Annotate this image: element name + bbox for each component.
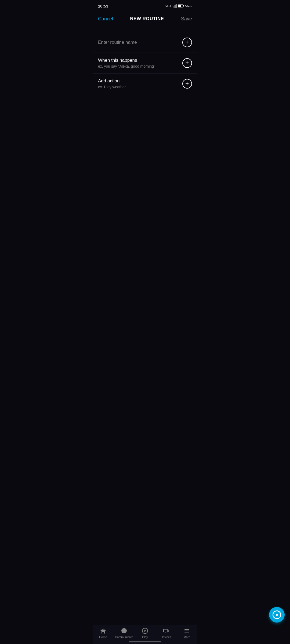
status-time: 10:53 xyxy=(98,4,108,8)
page-title: NEW ROUTINE xyxy=(130,16,164,21)
header: Cancel NEW ROUTINE Save xyxy=(93,11,197,27)
when-happens-subtitle: ex. you say "Alexa, good morning" xyxy=(98,64,155,68)
cancel-button[interactable]: Cancel xyxy=(98,16,113,22)
svg-rect-6 xyxy=(178,5,181,7)
when-happens-row[interactable]: When this happens ex. you say "Alexa, go… xyxy=(93,53,197,74)
svg-rect-5 xyxy=(183,5,184,7)
network-label: 5G+ xyxy=(165,4,172,8)
routine-name-placeholder: Enter routine name xyxy=(98,40,137,45)
save-button[interactable]: Save xyxy=(181,16,192,22)
add-action-add-button[interactable] xyxy=(182,79,192,89)
svg-rect-2 xyxy=(175,5,176,8)
status-icons: 5G+ 56% xyxy=(165,4,192,8)
status-bar: 10:53 5G+ 56% xyxy=(93,0,197,11)
routine-name-row[interactable]: Enter routine name xyxy=(93,32,197,53)
battery-icon xyxy=(178,4,184,8)
routine-name-add-button[interactable] xyxy=(182,38,192,47)
svg-rect-0 xyxy=(173,6,173,8)
add-action-subtitle: ex. Play weather xyxy=(98,85,126,89)
svg-rect-3 xyxy=(176,4,177,8)
content-area: Enter routine name When this happens ex.… xyxy=(93,27,197,100)
add-action-title: Add action xyxy=(98,78,126,84)
when-happens-title: When this happens xyxy=(98,58,155,63)
battery-label: 56% xyxy=(185,4,192,8)
when-happens-add-button[interactable] xyxy=(182,58,192,68)
svg-rect-1 xyxy=(174,5,175,8)
add-action-row[interactable]: Add action ex. Play weather xyxy=(93,74,197,94)
signal-icon xyxy=(173,4,177,8)
